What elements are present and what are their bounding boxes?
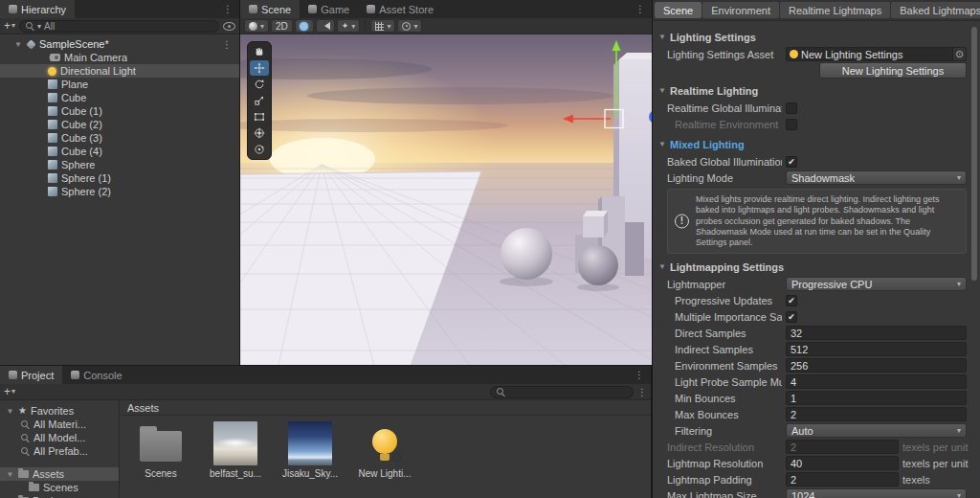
- asset-item-belfast-su[interactable]: belfast_su...: [204, 421, 267, 479]
- sphere-object[interactable]: [578, 245, 618, 285]
- favorites-row[interactable]: ▼★Favorites: [0, 404, 119, 418]
- lightmap-resolution-field[interactable]: 40: [786, 456, 899, 470]
- baked-global-illumination-checkbox[interactable]: ✔: [786, 156, 797, 168]
- hierarchy-item-cube-4[interactable]: Cube (4): [0, 145, 239, 158]
- hierarchy-item-cube[interactable]: Cube: [0, 91, 239, 104]
- min-bounces-field[interactable]: 1: [786, 391, 967, 405]
- grid-visibility-dropdown[interactable]: ▾: [370, 19, 395, 33]
- tab-game[interactable]: Game: [300, 0, 358, 18]
- hierarchy-search-input[interactable]: ▾ All: [19, 20, 219, 33]
- hierarchy-item-cube-3[interactable]: Cube (3): [0, 131, 239, 145]
- indirect-resolution-field[interactable]: 2: [786, 440, 899, 454]
- scrollbar-thumb[interactable]: [971, 27, 977, 281]
- create-object-button[interactable]: +▾: [4, 20, 15, 32]
- sphere-object[interactable]: [501, 228, 552, 280]
- custom-tool-button[interactable]: [250, 142, 269, 157]
- setting-row-lighting-mode: Lighting ModeShadowmask▾: [653, 170, 967, 186]
- tab-console[interactable]: Console: [62, 366, 130, 384]
- multiple-importance-sampling-checkbox[interactable]: ✔: [786, 311, 797, 323]
- foldout-icon[interactable]: ▼: [657, 86, 668, 95]
- draw-mode-dropdown[interactable]: ▾: [244, 19, 269, 33]
- realtime-global-illumination-checkbox[interactable]: [786, 102, 797, 114]
- lighting-settings-asset-field[interactable]: New Lighting Settings⊙: [786, 47, 967, 61]
- lighting-tab-scene[interactable]: Scene: [655, 2, 702, 18]
- light-probe-sample-multiplier-field[interactable]: 4: [786, 374, 967, 389]
- foldout-icon[interactable]: ▼: [657, 33, 668, 41]
- foldout-icon[interactable]: ▼: [657, 262, 668, 271]
- direct-samples-field[interactable]: 32: [786, 326, 967, 340]
- environment-samples-field[interactable]: 256: [786, 358, 967, 373]
- project-search-input[interactable]: [490, 386, 634, 398]
- scene-options-icon[interactable]: ⋮: [222, 39, 239, 50]
- lighting-tab-baked-lightmaps[interactable]: Baked Lightmaps: [891, 2, 980, 18]
- tab-scene[interactable]: Scene: [240, 0, 300, 18]
- hierarchy-item-sphere-1[interactable]: Sphere (1): [0, 171, 239, 185]
- assets-folder-row[interactable]: ▼Assets: [0, 467, 119, 481]
- project-toolbar-options-icon[interactable]: ⋮: [637, 387, 647, 397]
- tab-asset-store[interactable]: Asset Store: [358, 0, 442, 18]
- section-header-realtime-lighting[interactable]: ▼Realtime Lighting: [653, 81, 980, 100]
- search-icon: [26, 22, 34, 31]
- scale-tool-button[interactable]: [250, 93, 269, 108]
- hierarchy-item-directional-light[interactable]: Directional Light: [0, 64, 239, 78]
- scene-more-icon[interactable]: ⋮: [635, 4, 645, 14]
- lightmap-padding-field[interactable]: 2: [786, 472, 899, 487]
- progressive-updates-checkbox[interactable]: ✔: [786, 295, 797, 306]
- scene-lighting-toggle[interactable]: [295, 19, 314, 33]
- hierarchy-item-cube-2[interactable]: Cube (2): [0, 118, 239, 131]
- visibility-eye-icon[interactable]: [223, 22, 235, 31]
- filtering-dropdown[interactable]: Auto▾: [786, 423, 967, 438]
- hierarchy-item-plane[interactable]: Plane: [0, 78, 239, 91]
- packages-row[interactable]: ▶Packages: [0, 494, 119, 498]
- lighting-scrollbar[interactable]: [969, 23, 979, 496]
- max-bounces-field[interactable]: 2: [786, 407, 967, 421]
- create-asset-button[interactable]: +▾: [4, 386, 15, 397]
- audio-toggle-button[interactable]: [316, 19, 335, 33]
- tab-project[interactable]: Project: [0, 366, 62, 384]
- asset-item-scenes[interactable]: Scenes: [129, 421, 192, 479]
- scene-viewport[interactable]: [240, 34, 652, 366]
- rotate-tool-button[interactable]: [250, 77, 269, 92]
- hierarchy-more-icon[interactable]: ⋮: [223, 4, 233, 14]
- move-tool-button[interactable]: [250, 60, 269, 76]
- effects-dropdown[interactable]: ✦ ▾: [337, 19, 361, 33]
- favorites-label: Favorites: [31, 405, 74, 417]
- 2d-toggle-button[interactable]: 2D: [271, 19, 293, 33]
- section-header-mixed-lighting[interactable]: ▼Mixed Lighting: [653, 135, 980, 153]
- asset-item-new-lighti[interactable]: ⚙New Lighti...: [353, 421, 416, 479]
- lightmapper-dropdown[interactable]: Progressive CPU▾: [786, 277, 967, 291]
- tab-hierarchy[interactable]: Hierarchy: [0, 0, 75, 18]
- hierarchy-item-cube-1[interactable]: Cube (1): [0, 104, 239, 118]
- asset-item-jisaku-sky[interactable]: Jisaku_Sky...: [278, 421, 342, 479]
- folder-row-scenes[interactable]: Scenes: [0, 481, 119, 494]
- rect-tool-button[interactable]: [250, 109, 269, 124]
- foldout-icon[interactable]: ▼: [13, 40, 23, 49]
- project-more-icon[interactable]: ⋮: [635, 370, 644, 380]
- section-header-lighting-settings[interactable]: ▼Lighting Settings: [653, 28, 980, 46]
- realtime-environment-checkbox[interactable]: [786, 119, 797, 130]
- section-header-lightmapping-settings[interactable]: ▼Lightmapping Settings: [653, 258, 980, 276]
- scene-3d-canvas[interactable]: [240, 34, 652, 366]
- favorite-item-all-prefab[interactable]: All Prefab...: [0, 444, 119, 458]
- search-filter-text: All: [44, 21, 55, 32]
- lighting-tab-environment[interactable]: Environment: [702, 2, 779, 18]
- max-lightmap-size-dropdown[interactable]: 1024▾: [786, 488, 967, 498]
- foldout-icon[interactable]: ▼: [657, 140, 668, 148]
- favorite-item-all-model[interactable]: All Model...: [0, 431, 119, 444]
- lighting-mode-dropdown[interactable]: Shadowmask▾: [786, 170, 967, 185]
- foldout-icon[interactable]: ▼: [6, 470, 14, 479]
- hierarchy-item-sphere[interactable]: Sphere: [0, 158, 239, 171]
- object-picker-icon[interactable]: ⊙: [952, 48, 966, 60]
- foldout-icon[interactable]: ▼: [6, 407, 14, 416]
- hierarchy-scene-row[interactable]: ▼SampleScene*⋮: [0, 37, 239, 51]
- view-tool-button[interactable]: [250, 44, 269, 59]
- hierarchy-item-sphere-2[interactable]: Sphere (2): [0, 185, 239, 198]
- gizmos-dropdown[interactable]: ▾: [397, 19, 422, 33]
- transform-tool-button[interactable]: [250, 125, 269, 141]
- indirect-samples-field[interactable]: 512: [786, 342, 967, 356]
- favorite-item-all-materi[interactable]: All Materi...: [0, 418, 119, 431]
- lighting-tab-realtime-lightmaps[interactable]: Realtime Lightmaps: [780, 2, 890, 18]
- hierarchy-tree: ▼SampleScene*⋮Main CameraDirectional Lig…: [0, 34, 239, 198]
- new-lighting-settings-button[interactable]: New Lighting Settings: [819, 62, 967, 79]
- hierarchy-item-main-camera[interactable]: Main Camera: [0, 51, 239, 64]
